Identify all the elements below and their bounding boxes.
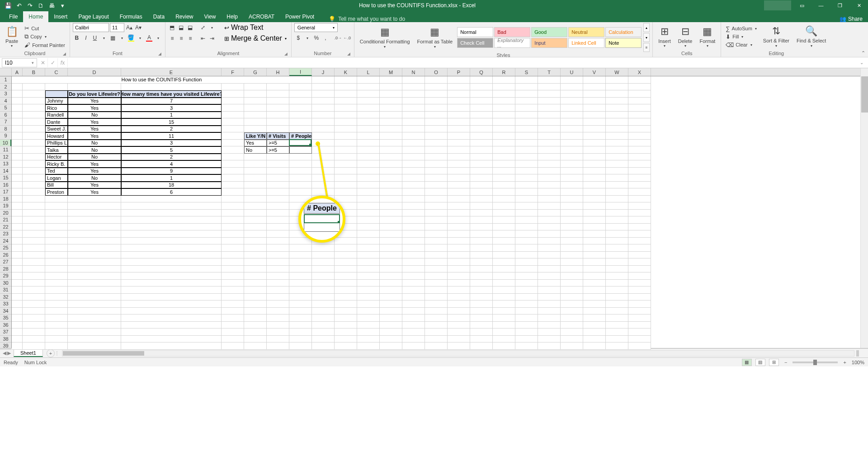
cell-P23[interactable] bbox=[448, 230, 470, 238]
cell-V17[interactable] bbox=[583, 188, 606, 196]
cell-V2[interactable] bbox=[583, 84, 606, 91]
cell-I13[interactable] bbox=[289, 160, 312, 168]
column-header-G[interactable]: G bbox=[244, 68, 267, 76]
column-header-O[interactable]: O bbox=[425, 68, 448, 76]
cell-J28[interactable] bbox=[312, 266, 335, 273]
cell-L36[interactable] bbox=[357, 322, 380, 329]
cell-U3[interactable] bbox=[561, 90, 583, 98]
cell-G32[interactable] bbox=[244, 294, 267, 301]
cell-V8[interactable] bbox=[583, 126, 606, 133]
cell-S18[interactable] bbox=[515, 196, 538, 203]
underline-dropdown-icon[interactable]: ▾ bbox=[100, 34, 108, 42]
cell-Q13[interactable] bbox=[470, 160, 493, 168]
cell-D19[interactable] bbox=[68, 202, 121, 210]
cell-W9[interactable] bbox=[606, 132, 628, 140]
cell-A23[interactable] bbox=[12, 230, 23, 238]
cell-W16[interactable] bbox=[606, 182, 628, 189]
cell-L4[interactable] bbox=[357, 98, 380, 105]
cell-W36[interactable] bbox=[606, 322, 628, 329]
cell-X19[interactable] bbox=[628, 202, 651, 210]
cell-E7[interactable]: 15 bbox=[121, 118, 222, 126]
cell-H36[interactable] bbox=[267, 322, 289, 329]
tab-page-layout[interactable]: Page Layout bbox=[73, 11, 114, 22]
cell-C29[interactable] bbox=[45, 272, 68, 280]
cell-P21[interactable] bbox=[448, 216, 470, 224]
cell-J29[interactable] bbox=[312, 272, 335, 280]
cell-W24[interactable] bbox=[606, 238, 628, 245]
column-header-P[interactable]: P bbox=[448, 68, 470, 76]
row-header-11[interactable]: 11 bbox=[0, 146, 11, 154]
cell-Q8[interactable] bbox=[470, 126, 493, 133]
cell-L21[interactable] bbox=[357, 216, 380, 224]
cell-J11[interactable] bbox=[312, 146, 335, 154]
cell-N33[interactable] bbox=[402, 300, 425, 308]
cell-P14[interactable] bbox=[448, 168, 470, 175]
cell-Q27[interactable] bbox=[470, 258, 493, 266]
cell-I9[interactable]: # People bbox=[289, 132, 312, 140]
restore-icon[interactable]: ❐ bbox=[831, 0, 849, 11]
cell-K10[interactable] bbox=[335, 140, 357, 147]
cell-M38[interactable] bbox=[380, 336, 402, 343]
cell-C17[interactable]: Preston bbox=[45, 188, 68, 196]
row-header-38[interactable]: 38 bbox=[0, 336, 11, 343]
cell-W35[interactable] bbox=[606, 314, 628, 322]
cell-R35[interactable] bbox=[493, 314, 515, 322]
cell-L5[interactable] bbox=[357, 104, 380, 112]
cell-S27[interactable] bbox=[515, 258, 538, 266]
cell-O13[interactable] bbox=[425, 160, 448, 168]
row-header-26[interactable]: 26 bbox=[0, 252, 11, 259]
cell-L8[interactable] bbox=[357, 126, 380, 133]
increase-decimal-icon[interactable]: .0→ bbox=[334, 34, 342, 42]
cell-D4[interactable]: Yes bbox=[68, 98, 121, 105]
row-header-13[interactable]: 13 bbox=[0, 160, 11, 168]
cell-A21[interactable] bbox=[12, 216, 23, 224]
cell-T22[interactable] bbox=[538, 224, 561, 231]
cell-T12[interactable] bbox=[538, 154, 561, 161]
cell-F8[interactable] bbox=[222, 126, 244, 133]
row-header-14[interactable]: 14 bbox=[0, 168, 11, 175]
cell-J38[interactable] bbox=[312, 336, 335, 343]
cell-M35[interactable] bbox=[380, 314, 402, 322]
cell-H39[interactable] bbox=[267, 343, 289, 350]
cell-P24[interactable] bbox=[448, 238, 470, 245]
cell-R29[interactable] bbox=[493, 272, 515, 280]
cell-J30[interactable] bbox=[312, 280, 335, 287]
save-icon[interactable]: 💾 bbox=[4, 1, 13, 10]
cell-N19[interactable] bbox=[402, 202, 425, 210]
page-layout-view-icon[interactable]: ▤ bbox=[755, 359, 765, 366]
cell-N7[interactable] bbox=[402, 118, 425, 126]
cell-B38[interactable] bbox=[23, 336, 45, 343]
cell-M14[interactable] bbox=[380, 168, 402, 175]
cell-S21[interactable] bbox=[515, 216, 538, 224]
cell-A30[interactable] bbox=[12, 280, 23, 287]
cell-D15[interactable]: No bbox=[68, 174, 121, 182]
cell-S38[interactable] bbox=[515, 336, 538, 343]
cell-S17[interactable] bbox=[515, 188, 538, 196]
cell-X28[interactable] bbox=[628, 266, 651, 273]
cell-W11[interactable] bbox=[606, 146, 628, 154]
cell-R32[interactable] bbox=[493, 294, 515, 301]
cell-L3[interactable] bbox=[357, 90, 380, 98]
align-middle-icon[interactable]: ⬓ bbox=[177, 23, 185, 32]
cell-K33[interactable] bbox=[335, 300, 357, 308]
column-header-A[interactable]: A bbox=[12, 68, 23, 76]
cell-F33[interactable] bbox=[222, 300, 244, 308]
cell-C31[interactable] bbox=[45, 286, 68, 294]
cell-E15[interactable]: 1 bbox=[121, 174, 222, 182]
copy-button[interactable]: ⧉Copy▾ bbox=[23, 33, 67, 41]
cell-B19[interactable] bbox=[23, 202, 45, 210]
column-header-E[interactable]: E bbox=[121, 68, 222, 76]
column-header-W[interactable]: W bbox=[606, 68, 628, 76]
decrease-font-icon[interactable]: A▾ bbox=[134, 23, 142, 32]
cell-U21[interactable] bbox=[561, 216, 583, 224]
tab-help[interactable]: Help bbox=[221, 11, 243, 22]
cell-N28[interactable] bbox=[402, 266, 425, 273]
cell-O32[interactable] bbox=[425, 294, 448, 301]
cell-J34[interactable] bbox=[312, 308, 335, 315]
cell-Q15[interactable] bbox=[470, 174, 493, 182]
cell-G13[interactable] bbox=[244, 160, 267, 168]
cell-H11[interactable]: >=5 bbox=[267, 146, 289, 154]
cell-A11[interactable] bbox=[12, 146, 23, 154]
cell-Q12[interactable] bbox=[470, 154, 493, 161]
cell-P37[interactable] bbox=[448, 329, 470, 336]
